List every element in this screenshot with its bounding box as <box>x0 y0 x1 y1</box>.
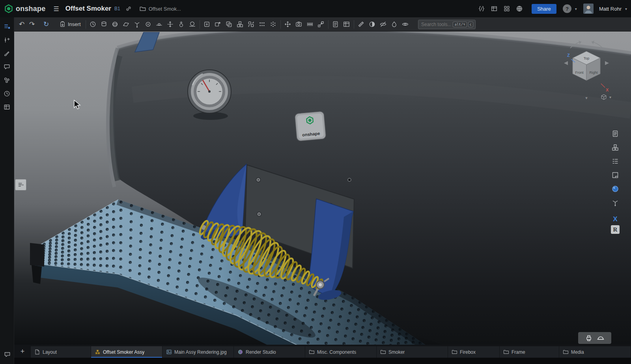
right-dock: X R <box>607 128 623 234</box>
render-studio-tab-icon <box>237 349 243 355</box>
duplicate-icon[interactable] <box>224 19 235 30</box>
user-menu-caret-icon[interactable]: ▾ <box>625 7 627 11</box>
help-button[interactable]: ? <box>563 4 571 13</box>
add-tab-button[interactable]: + <box>17 346 28 357</box>
app-x-icon[interactable]: X <box>613 215 617 223</box>
document-tab-bar: + Layout Offset Smoker Assy Main Assy Re… <box>14 345 631 364</box>
safety-helmet-icon[interactable] <box>597 334 605 342</box>
insert-button[interactable]: Insert <box>56 19 84 30</box>
sync-icon[interactable]: ↻ <box>40 19 52 30</box>
assembly-panel-icon[interactable] <box>609 142 621 153</box>
appearance-brush-icon[interactable] <box>0 47 14 60</box>
view-reset-caret-icon[interactable]: ▾ <box>581 95 592 102</box>
feature-script-icon[interactable] <box>476 4 487 14</box>
tab-firebox[interactable]: Firebox <box>448 346 499 358</box>
tangent-mate-icon[interactable] <box>187 19 198 30</box>
link-icon[interactable] <box>123 4 134 14</box>
tab-frame[interactable]: Frame <box>500 346 559 358</box>
onshape-badge[interactable]: onshape <box>295 111 326 141</box>
linear-pattern-icon[interactable] <box>257 19 268 30</box>
group-icon[interactable] <box>235 19 246 30</box>
parts-list-panel-icon[interactable] <box>609 155 621 167</box>
parts-icon[interactable] <box>0 73 14 87</box>
3d-viewport[interactable]: onshape <box>14 32 631 345</box>
mate-connector-icon[interactable] <box>132 19 143 30</box>
appearance-icon[interactable] <box>389 19 400 30</box>
help-chat-icon[interactable] <box>0 347 14 361</box>
rotate-right-arrow-icon[interactable] <box>605 61 609 65</box>
rotate-left-arrow-icon[interactable] <box>564 61 568 65</box>
mate-features-icon[interactable] <box>0 33 14 47</box>
app-r-icon[interactable]: R <box>611 225 620 234</box>
redo-button[interactable]: ↷ <box>27 19 37 30</box>
share-button[interactable]: Share <box>532 4 556 14</box>
version-badge[interactable]: B1 <box>114 6 120 11</box>
search-tools-box[interactable]: alt/⌥ c <box>418 20 476 29</box>
slider-mate-icon[interactable] <box>154 19 165 30</box>
edit-in-context-icon[interactable] <box>213 19 224 30</box>
tab-smoker[interactable]: Smoker <box>377 346 448 358</box>
tab-render-studio[interactable]: Render Studio <box>234 346 305 358</box>
history-icon[interactable] <box>0 87 14 100</box>
folder-name[interactable]: Offset Smok... <box>149 6 181 12</box>
tab-offset-smoker-assy[interactable]: Offset Smoker Assy <box>91 346 162 358</box>
app-grid-icon[interactable] <box>502 4 512 14</box>
viewcube-right-label: Right <box>589 71 598 75</box>
visibility-icon[interactable] <box>400 19 411 30</box>
z-axis-label: Z <box>567 53 570 58</box>
view-cube[interactable]: Top Front Right Z X ▾ ▾ <box>557 36 624 106</box>
tab-misc-components[interactable]: Misc. Components <box>305 346 376 358</box>
fastened-mate-icon[interactable] <box>165 19 176 30</box>
instance-tree-toggle[interactable] <box>15 179 26 190</box>
ball-mate-icon[interactable] <box>143 19 154 30</box>
user-avatar[interactable] <box>583 4 594 14</box>
image-tab-icon <box>166 349 172 355</box>
explode-icon[interactable] <box>282 19 293 30</box>
insert-part-icon[interactable] <box>99 19 110 30</box>
instance-list-icon[interactable] <box>0 20 14 33</box>
bom-panel-icon[interactable] <box>0 100 14 114</box>
replicate-icon[interactable] <box>246 19 257 30</box>
planar-mate-icon[interactable] <box>121 19 132 30</box>
section-view-icon[interactable] <box>367 19 378 30</box>
shortcut-key-c: c <box>468 22 473 27</box>
tab-layout[interactable]: Layout <box>31 346 91 358</box>
folder-icon[interactable] <box>138 4 148 14</box>
search-tools-input[interactable] <box>420 21 452 28</box>
comments-icon[interactable] <box>0 60 14 73</box>
folder-tab-icon <box>309 349 315 355</box>
tab-main-assy-rendering[interactable]: Main Assy Rendering.jpg <box>162 346 233 358</box>
globe-icon[interactable] <box>514 4 525 14</box>
app-header: onshape ☰ Offset Smoker B1 Offset Smok..… <box>0 0 631 17</box>
hide-others-icon[interactable] <box>378 19 389 30</box>
undo-button[interactable]: ↶ <box>17 19 27 30</box>
spherical-mate-icon[interactable] <box>110 19 121 30</box>
create-drawing-icon[interactable] <box>330 19 341 30</box>
left-sidebar <box>0 17 14 364</box>
view-mode-button[interactable]: ▾ <box>598 92 614 102</box>
folder-tab-icon <box>380 349 386 355</box>
mate-connector-panel-icon[interactable] <box>609 197 621 209</box>
revolute-mate-icon[interactable] <box>176 19 187 30</box>
cube-icon <box>600 93 607 101</box>
tab-media[interactable]: Media <box>559 346 631 358</box>
user-name[interactable]: Matt Rohr <box>599 6 622 12</box>
exploded-view-icon[interactable] <box>316 19 327 30</box>
onshape-logo-icon[interactable] <box>4 4 13 13</box>
appearance-ball-icon[interactable] <box>609 183 621 195</box>
help-caret-icon[interactable]: ▾ <box>575 7 577 11</box>
hamburger-menu-icon[interactable]: ☰ <box>53 5 59 13</box>
folder-tab-icon <box>563 349 569 355</box>
notes-panel-icon[interactable] <box>609 128 621 140</box>
spreadsheet-icon[interactable] <box>489 4 499 14</box>
measure-icon[interactable] <box>356 19 367 30</box>
insert-feature-icon[interactable] <box>202 19 213 30</box>
bolt-pattern-icon[interactable] <box>304 19 316 30</box>
snapshot-icon[interactable] <box>293 19 304 30</box>
circular-pattern-icon[interactable] <box>268 19 279 30</box>
drawing-panel-icon[interactable] <box>609 169 621 181</box>
bom-table-icon[interactable] <box>341 19 352 30</box>
rotate-tool-icon[interactable] <box>88 19 99 30</box>
print-icon[interactable] <box>585 334 593 342</box>
assembly-tab-icon <box>95 349 101 355</box>
